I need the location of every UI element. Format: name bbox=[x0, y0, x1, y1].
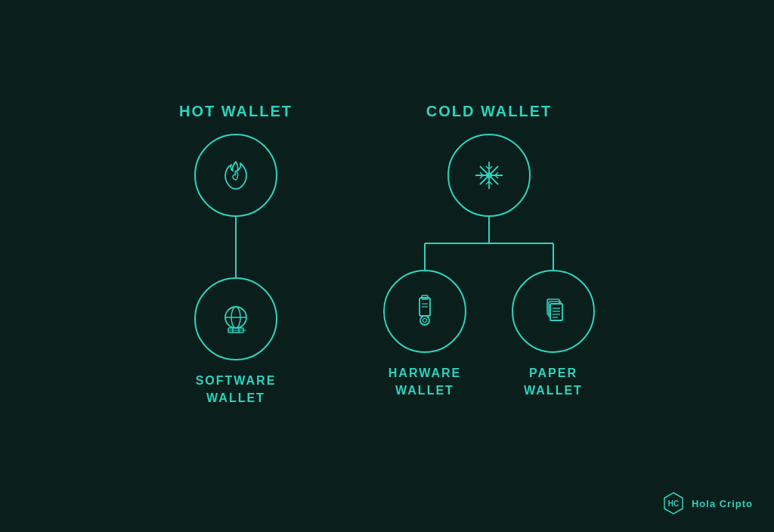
hardware-wallet-label: HARWAREWALLET bbox=[389, 365, 461, 399]
usb-icon bbox=[405, 292, 444, 331]
paper-wallet-circle bbox=[512, 270, 595, 353]
hot-wallet-title: HOT WALLET bbox=[179, 103, 293, 120]
cold-wallet-title: COLD WALLET bbox=[426, 103, 552, 120]
cold-wallet-section: COLD WALLET bbox=[383, 103, 595, 399]
logo-label: Hola Cripto bbox=[692, 498, 753, 509]
cold-tree-connector bbox=[383, 217, 595, 270]
cold-wallet-circle bbox=[447, 134, 531, 217]
flame-icon bbox=[216, 156, 255, 195]
svg-rect-35 bbox=[550, 304, 562, 320]
hot-wallet-section: HOT WALLET bbox=[179, 103, 293, 407]
hot-wallet-connector bbox=[235, 217, 237, 277]
paper-wallet-node: PAPERWALLET bbox=[512, 270, 595, 399]
svg-text:HC: HC bbox=[668, 500, 679, 508]
diagram: HOT WALLET bbox=[179, 103, 595, 407]
svg-point-32 bbox=[423, 319, 426, 323]
svg-line-8 bbox=[240, 327, 241, 328]
main-container: HOT WALLET bbox=[0, 0, 774, 532]
cold-wallet-children: HARWAREWALLET bbox=[383, 270, 595, 399]
logo-container: HC Hola Cripto bbox=[661, 491, 753, 515]
svg-point-28 bbox=[420, 316, 429, 325]
paper-wallet-label: PAPERWALLET bbox=[524, 365, 583, 399]
hot-wallet-circle bbox=[194, 134, 277, 217]
tree-lines bbox=[383, 217, 595, 270]
svg-line-7 bbox=[231, 327, 231, 328]
hardware-wallet-circle bbox=[383, 270, 466, 353]
server-icon bbox=[216, 299, 255, 339]
snowflake-icon bbox=[469, 156, 509, 195]
software-wallet-label: SOFTWAREWALLET bbox=[196, 373, 277, 407]
logo-hex-icon: HC bbox=[661, 491, 686, 515]
paper-icon bbox=[534, 292, 573, 331]
software-wallet-circle bbox=[194, 277, 277, 360]
hardware-wallet-node: HARWAREWALLET bbox=[383, 270, 466, 399]
